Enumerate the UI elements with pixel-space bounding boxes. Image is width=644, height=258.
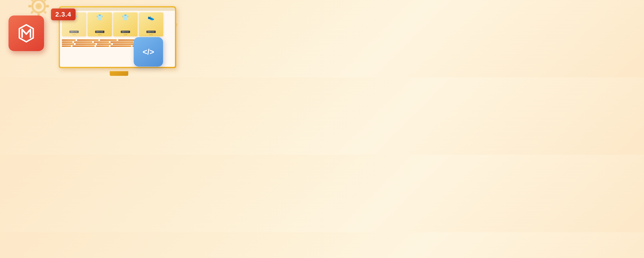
add-to-cart-button-1[interactable]: Add to Cart — [70, 31, 79, 33]
monitor-stand — [110, 71, 128, 76]
list-bar — [94, 42, 109, 43]
list-bar — [62, 42, 73, 43]
list-bar — [76, 44, 96, 45]
product-icon-3: 👕 — [122, 14, 129, 21]
product-icon-4: 👟 — [148, 14, 154, 21]
list-bar — [74, 42, 92, 43]
svg-point-12 — [37, 5, 40, 8]
product-icon-2: 👕 — [96, 14, 103, 21]
list-bar — [97, 44, 112, 45]
magento-symbol — [16, 23, 36, 43]
magento-logo — [8, 16, 44, 51]
list-bar — [110, 46, 131, 47]
list-bar — [110, 42, 134, 43]
product-card-4: 👟 Add to Cart — [139, 12, 163, 36]
code-icon: </> — [134, 37, 163, 67]
list-bar — [96, 46, 109, 47]
list-bar — [77, 40, 98, 41]
list-bar — [62, 44, 74, 45]
product-card-2: 👕 Add to Cart — [88, 12, 112, 36]
list-bar — [62, 46, 71, 47]
list-bar — [62, 40, 76, 41]
gear-top-left-icon — [28, 0, 50, 17]
add-to-cart-button-3[interactable]: Add to Cart — [121, 31, 130, 33]
svg-rect-4 — [28, 5, 31, 8]
card-dots-3 — [124, 34, 127, 35]
card-dots-4 — [150, 34, 153, 35]
card-dots-1 — [72, 34, 76, 35]
product-row-1: 👕 Add to Cart 👕 Add to Cart — [62, 12, 173, 36]
product-grid: 👕 Add to Cart 👕 Add to Cart — [60, 11, 175, 39]
card-dots-2 — [98, 34, 102, 35]
code-symbol: </> — [142, 47, 154, 57]
add-to-cart-button-4[interactable]: Add to Cart — [146, 31, 156, 33]
version-text: 2.3.4 — [55, 11, 71, 18]
version-badge: 2.3.4 — [51, 9, 76, 20]
svg-rect-5 — [46, 5, 49, 8]
browser-topbar — [60, 8, 175, 11]
list-bar — [100, 40, 117, 41]
product-card-3: 👕 Add to Cart — [113, 12, 138, 36]
list-bar — [72, 46, 95, 47]
add-to-cart-button-2[interactable]: Add to Cart — [95, 31, 104, 33]
